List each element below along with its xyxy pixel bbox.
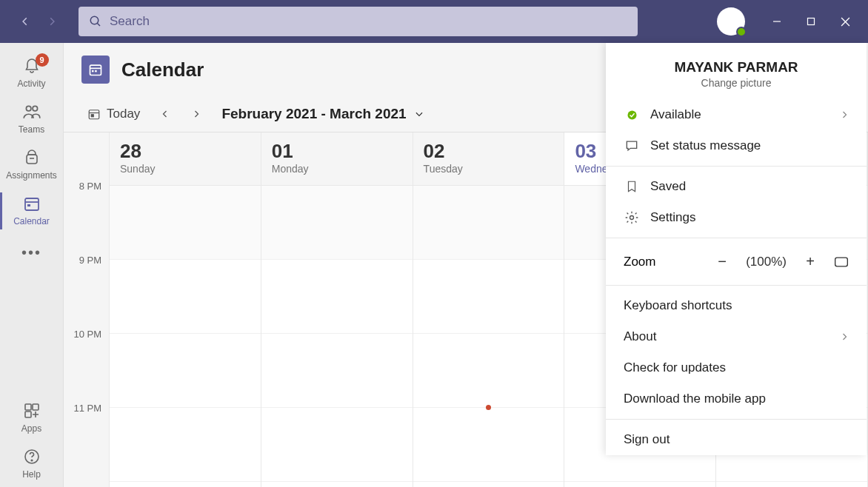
window-minimize-button[interactable]	[760, 4, 794, 38]
backpack-icon	[22, 148, 41, 167]
time-slot[interactable]	[110, 260, 261, 334]
day-header[interactable]: 28 Sunday	[110, 132, 261, 186]
svg-rect-21	[95, 70, 97, 73]
forward-button[interactable]	[40, 10, 64, 33]
keyboard-shortcuts-item[interactable]: Keyboard shortcuts	[606, 290, 867, 321]
back-button[interactable]	[13, 10, 37, 33]
saved-item[interactable]: Saved	[606, 171, 867, 202]
chevron-right-icon	[840, 332, 849, 341]
svg-rect-22	[89, 110, 99, 119]
activity-badge: 9	[36, 53, 49, 67]
time-slot[interactable]	[413, 334, 564, 408]
zoom-out-button[interactable]: −	[715, 253, 730, 270]
chevron-down-icon	[414, 109, 424, 119]
svg-rect-12	[27, 204, 30, 206]
download-mobile-item[interactable]: Download the mobile app	[606, 383, 867, 414]
mobile-label: Download the mobile app	[624, 392, 766, 406]
time-label: 9 PM	[64, 255, 109, 329]
prev-period-button[interactable]	[152, 101, 178, 127]
svg-line-1	[97, 23, 100, 26]
bell-icon: 9	[22, 56, 41, 75]
svg-rect-27	[835, 258, 848, 266]
date-range-label: February 2021 - March 2021	[221, 106, 406, 122]
profile-avatar-button[interactable]	[717, 7, 745, 36]
set-status-message-item[interactable]: Set status message	[606, 130, 867, 161]
today-button[interactable]: Today	[80, 102, 147, 126]
profile-name: MAYANK PARMAR	[613, 59, 859, 75]
svg-rect-18	[90, 65, 101, 75]
check-updates-item[interactable]: Check for updates	[606, 352, 867, 383]
search-box[interactable]	[79, 7, 638, 36]
time-slot[interactable]	[413, 260, 564, 334]
today-icon	[87, 107, 101, 121]
time-slot[interactable]	[261, 334, 413, 408]
time-label: 10 PM	[64, 329, 109, 403]
day-number: 28	[120, 140, 250, 163]
rail-apps[interactable]: Apps	[0, 395, 64, 441]
rail-label: Assignments	[6, 170, 57, 181]
time-slot[interactable]	[413, 408, 564, 482]
day-column: 01 Monday	[261, 132, 413, 487]
search-icon	[89, 15, 102, 28]
people-icon	[22, 102, 41, 121]
sign-out-item[interactable]: Sign out	[606, 424, 867, 455]
saved-label: Saved	[650, 179, 686, 194]
fullscreen-button[interactable]	[834, 256, 849, 268]
time-slot[interactable]	[413, 186, 564, 260]
time-slot[interactable]	[261, 260, 413, 334]
time-slot[interactable]	[261, 186, 413, 260]
zoom-in-button[interactable]: +	[803, 253, 818, 270]
rail-teams[interactable]: Teams	[0, 96, 64, 142]
day-header[interactable]: 01 Monday	[261, 132, 413, 186]
window-maximize-button[interactable]	[794, 4, 828, 38]
help-icon	[22, 447, 41, 466]
time-slot[interactable]	[110, 186, 261, 260]
svg-point-0	[90, 16, 99, 24]
svg-point-6	[26, 106, 31, 111]
svg-rect-15	[25, 412, 31, 417]
about-label: About	[624, 329, 656, 344]
time-slot[interactable]	[261, 408, 413, 482]
search-input[interactable]	[110, 14, 627, 29]
time-slot[interactable]	[110, 334, 261, 408]
settings-item[interactable]: Settings	[606, 202, 867, 233]
page-title: Calendar	[121, 58, 204, 81]
apps-icon	[22, 401, 41, 420]
rail-label: Calendar	[13, 216, 50, 226]
svg-rect-20	[92, 70, 94, 73]
window-close-button[interactable]	[828, 4, 862, 38]
svg-point-17	[31, 460, 33, 461]
zoom-value: (100%)	[746, 255, 787, 269]
rail-more[interactable]: •••	[21, 234, 41, 272]
change-picture-link[interactable]: Change picture	[613, 77, 859, 89]
time-gutter: 8 PM 9 PM 10 PM 11 PM	[64, 132, 110, 487]
status-label: Available	[650, 107, 701, 122]
rail-label: Activity	[17, 78, 45, 89]
rail-label: Teams	[19, 124, 44, 135]
zoom-label: Zoom	[624, 255, 655, 269]
title-bar	[0, 0, 868, 43]
day-header[interactable]: 02 Tuesday	[413, 132, 564, 186]
calendar-page-icon	[81, 56, 110, 84]
bookmark-icon	[624, 178, 640, 195]
rail-calendar[interactable]: Calendar	[0, 188, 64, 234]
rail-label: Apps	[21, 423, 41, 434]
next-period-button[interactable]	[183, 101, 210, 127]
svg-point-7	[33, 106, 38, 111]
time-slot[interactable]	[110, 408, 261, 482]
svg-rect-13	[25, 404, 31, 410]
date-range-dropdown[interactable]: February 2021 - March 2021	[221, 106, 424, 122]
rail-help[interactable]: Help	[0, 441, 64, 487]
day-number: 01	[272, 140, 402, 163]
today-label: Today	[107, 107, 140, 121]
set-status-label: Set status message	[650, 138, 761, 153]
status-menu-item[interactable]: Available	[606, 99, 867, 130]
day-name: Sunday	[120, 163, 250, 175]
time-label: 8 PM	[64, 181, 109, 255]
day-column: 28 Sunday	[110, 132, 261, 487]
svg-rect-14	[33, 404, 39, 410]
rail-activity[interactable]: 9 Activity	[0, 50, 64, 96]
day-name: Monday	[272, 163, 402, 175]
about-item[interactable]: About	[606, 321, 867, 352]
rail-assignments[interactable]: Assignments	[0, 142, 64, 188]
